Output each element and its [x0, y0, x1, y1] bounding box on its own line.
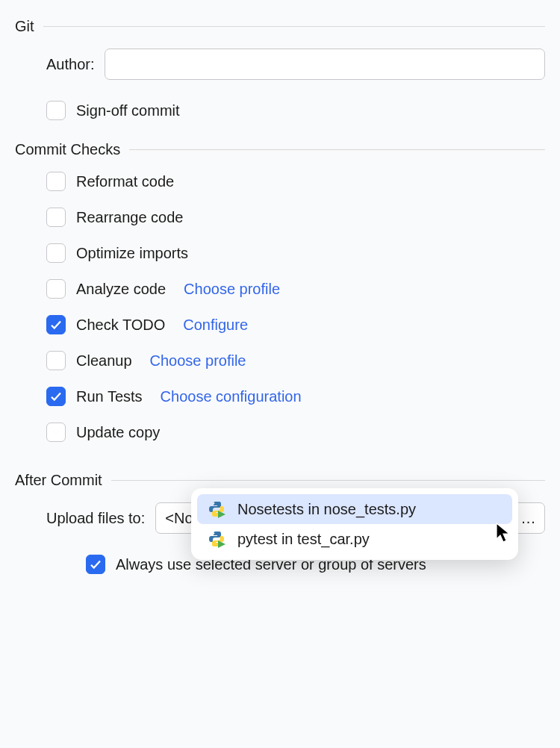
update-copy-checkbox[interactable]: [46, 423, 66, 442]
git-section-title: Git: [15, 18, 34, 35]
run-configuration-popup: Nosetests in nose_tests.py pytest in tes…: [191, 488, 518, 560]
after-commit-section-title: After Commit: [15, 472, 102, 489]
analyze-checkbox[interactable]: [46, 279, 66, 299]
divider: [129, 149, 545, 150]
run-tests-checkbox[interactable]: [46, 387, 66, 406]
python-run-icon: [208, 530, 225, 548]
git-section-header: Git: [15, 18, 545, 35]
after-commit-section-header: After Commit: [15, 472, 545, 489]
reformat-label: Reformat code: [76, 173, 174, 190]
cleanup-checkbox[interactable]: [46, 351, 66, 370]
popup-item-label: Nosetests in nose_tests.py: [237, 501, 416, 518]
run-tests-label: Run Tests: [76, 388, 143, 405]
author-label: Author:: [46, 56, 94, 73]
analyze-choose-profile-link[interactable]: Choose profile: [184, 281, 280, 298]
commit-checks-section-title: Commit Checks: [15, 141, 120, 158]
update-copy-label: Update copy: [76, 424, 160, 441]
check-todo-checkbox[interactable]: [46, 315, 66, 334]
popup-item-label: pytest in test_car.py: [237, 531, 370, 548]
run-tests-choose-config-link[interactable]: Choose configuration: [161, 388, 302, 405]
mouse-cursor-icon: [495, 523, 511, 543]
check-todo-label: Check TODO: [76, 317, 165, 334]
python-run-icon: [208, 500, 225, 518]
check-todo-configure-link[interactable]: Configure: [183, 317, 248, 334]
commit-checks-section-header: Commit Checks: [15, 141, 545, 158]
upload-label: Upload files to:: [46, 510, 145, 527]
popup-item-nosetests[interactable]: Nosetests in nose_tests.py: [197, 494, 512, 524]
reformat-checkbox[interactable]: [46, 172, 66, 191]
cleanup-label: Cleanup: [76, 352, 132, 370]
analyze-label: Analyze code: [76, 281, 166, 298]
always-use-server-checkbox[interactable]: [86, 555, 105, 574]
rearrange-label: Rearrange code: [76, 209, 183, 226]
divider: [111, 480, 545, 481]
optimize-label: Optimize imports: [76, 245, 188, 262]
svg-point-0: [214, 503, 215, 505]
author-input[interactable]: [105, 49, 545, 80]
popup-item-pytest[interactable]: pytest in test_car.py: [197, 524, 512, 554]
signoff-checkbox[interactable]: [46, 101, 66, 120]
signoff-label: Sign-off commit: [76, 102, 180, 119]
divider: [43, 26, 545, 27]
cleanup-choose-profile-link[interactable]: Choose profile: [150, 352, 246, 370]
optimize-checkbox[interactable]: [46, 243, 66, 263]
rearrange-checkbox[interactable]: [46, 208, 66, 227]
svg-point-3: [214, 533, 215, 534]
